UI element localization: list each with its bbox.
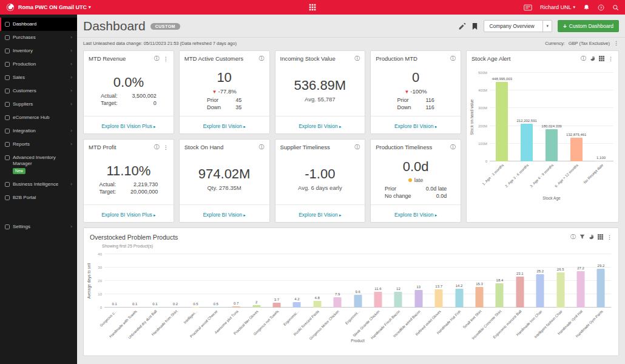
bar[interactable] — [394, 292, 402, 308]
sidebar-item-b2b-portal[interactable]: B2B Portal — [0, 191, 77, 204]
kpi-body: 11.10%Actual:2,219,730Target:20,000,000 — [84, 153, 174, 204]
explore-bi-link[interactable]: Explore BI Vision Plus ▸ — [101, 212, 155, 218]
sidebar-item-sales[interactable]: Sales› — [0, 71, 77, 84]
currency-menu-icon[interactable]: ⋮ — [613, 40, 619, 46]
sidebar-item-integration[interactable]: Integration› — [0, 124, 77, 138]
card-footer: Explore BI Vision ▸ — [275, 116, 365, 133]
sidebar-item-advanced-inventory-manager[interactable]: Advanced Inventory ManagerNew — [0, 151, 77, 178]
sidebar-item-settings[interactable]: Settings› — [0, 220, 77, 234]
kebab-menu-icon[interactable]: ⋮ — [163, 56, 169, 62]
notifications-bell-icon[interactable] — [583, 4, 590, 11]
card-footer: Explore BI Vision ▸ — [180, 116, 269, 133]
pie-chart-icon[interactable] — [590, 56, 595, 61]
unleashed-logo[interactable] — [6, 3, 15, 12]
bar-value-label: 4.2 — [294, 297, 299, 301]
apps-grid-icon[interactable] — [309, 4, 316, 11]
chevron-right-icon: › — [70, 61, 72, 67]
bar[interactable] — [435, 289, 443, 308]
explore-bi-link[interactable]: Explore BI Vision ▸ — [203, 212, 245, 218]
explore-bi-link[interactable]: Explore BI Vision Plus ▸ — [101, 123, 155, 129]
card-title: Production MTD — [376, 55, 417, 62]
edit-dashboard-icon[interactable] — [458, 22, 466, 30]
chevron-right-icon: › — [70, 48, 72, 54]
bar[interactable] — [374, 292, 382, 308]
row-value: 0.0d — [426, 193, 447, 199]
info-icon[interactable]: ⓘ — [154, 55, 160, 62]
sidebar-item-dashboard[interactable]: Dashboard — [0, 18, 77, 31]
bar[interactable] — [496, 82, 508, 161]
kebab-menu-icon[interactable]: ⋮ — [608, 56, 613, 62]
card-footer: Explore BI Vision ▸ — [180, 204, 269, 222]
bar[interactable] — [293, 302, 301, 308]
suppliers-icon — [5, 102, 10, 107]
bar[interactable] — [496, 283, 504, 308]
bar[interactable] — [597, 269, 605, 308]
kebab-menu-icon[interactable]: ⋮ — [607, 234, 612, 240]
row-value: 3,500,002 — [132, 93, 157, 99]
grid-view-icon[interactable] — [599, 56, 604, 61]
custom-dashboard-button[interactable]: + Custom Dashboard — [558, 20, 619, 32]
bar[interactable] — [521, 124, 533, 161]
sidebar-item-reports[interactable]: Reports› — [0, 138, 77, 151]
bar[interactable] — [455, 289, 463, 308]
grid-view-icon[interactable] — [598, 234, 603, 240]
bar-value-label: 4.8 — [315, 296, 320, 300]
info-icon[interactable]: ⓘ — [354, 55, 360, 62]
sidebar-item-business-intelligence[interactable]: Business Intelligence› — [0, 178, 77, 191]
billing-card-icon[interactable] — [524, 4, 532, 11]
bar[interactable] — [354, 295, 362, 308]
user-menu[interactable]: Richard UNL ▾ — [540, 4, 575, 10]
explore-bi-link[interactable]: Explore BI Vision ▸ — [203, 123, 245, 129]
business-intelligence-icon — [5, 182, 10, 187]
explore-bi-link[interactable]: Explore BI Vision ▸ — [394, 212, 437, 218]
info-icon[interactable]: ⓘ — [450, 143, 456, 151]
info-icon[interactable]: ⓘ — [154, 143, 160, 151]
kebab-menu-icon[interactable]: ⋮ — [163, 144, 169, 150]
bookmark-icon[interactable] — [471, 22, 478, 30]
bar[interactable] — [476, 287, 484, 308]
info-icon[interactable]: ⓘ — [259, 143, 265, 151]
info-icon[interactable]: ⓘ — [450, 55, 456, 62]
org-selector[interactable]: Roma PWC ON Gmail UTC ▾ — [18, 4, 91, 10]
kpi-card-mtd-active-customers: MTD Active Customersⓘ10▼-77.8%Prior45Dow… — [179, 50, 270, 134]
bar[interactable] — [546, 129, 558, 161]
sidebar-item-production[interactable]: Production› — [0, 58, 77, 71]
bar[interactable] — [272, 303, 280, 308]
bar-value-label: 15.3 — [476, 282, 483, 286]
bar[interactable] — [313, 301, 321, 308]
sidebar-item-ecommerce-hub[interactable]: eCommerce Hub — [0, 111, 77, 124]
info-icon[interactable]: ⓘ — [354, 143, 360, 151]
explore-bi-link[interactable]: Explore BI Vision ▸ — [299, 123, 341, 129]
search-icon[interactable] — [612, 4, 619, 11]
status-dot — [408, 178, 412, 182]
custom-dashboard-button-label: Custom Dashboard — [569, 23, 613, 29]
org-name: Roma PWC ON Gmail UTC — [18, 4, 87, 10]
bar[interactable] — [516, 277, 524, 308]
info-icon[interactable]: ⓘ — [581, 55, 586, 62]
explore-bi-link[interactable]: Explore BI Vision ▸ — [299, 212, 341, 218]
explore-bi-link[interactable]: Explore BI Vision ▸ — [394, 123, 437, 129]
filter-funnel-icon[interactable] — [579, 234, 585, 240]
bar[interactable] — [577, 271, 585, 308]
info-icon[interactable]: ⓘ — [259, 55, 265, 62]
bar[interactable] — [556, 272, 564, 308]
kpi-subtext: Avg. 55,787 — [305, 96, 336, 103]
sidebar-item-label: Production — [13, 61, 67, 67]
sidebar-item-customers[interactable]: Customers› — [0, 84, 77, 98]
arrow-right-icon: ▸ — [339, 213, 342, 217]
card-title: Supplier Timeliness — [280, 144, 330, 150]
help-icon[interactable]: ? — [598, 4, 604, 11]
bar[interactable] — [570, 138, 583, 161]
bar[interactable] — [334, 297, 342, 308]
sidebar: DashboardPurchases›Inventory›Production›… — [0, 15, 77, 364]
kpi-rows: Prior45Down35 — [207, 97, 242, 110]
dashboard-select[interactable]: Company Overview ▾ — [484, 20, 552, 32]
sidebar-item-suppliers[interactable]: Suppliers› — [0, 98, 77, 111]
bar[interactable] — [414, 290, 422, 308]
sidebar-item-inventory[interactable]: Inventory› — [0, 44, 77, 58]
pie-chart-icon[interactable] — [589, 234, 594, 240]
chevron-right-icon: › — [70, 101, 72, 107]
bar[interactable] — [536, 274, 544, 308]
sidebar-item-purchases[interactable]: Purchases› — [0, 31, 77, 44]
info-icon[interactable]: ⓘ — [570, 233, 576, 241]
